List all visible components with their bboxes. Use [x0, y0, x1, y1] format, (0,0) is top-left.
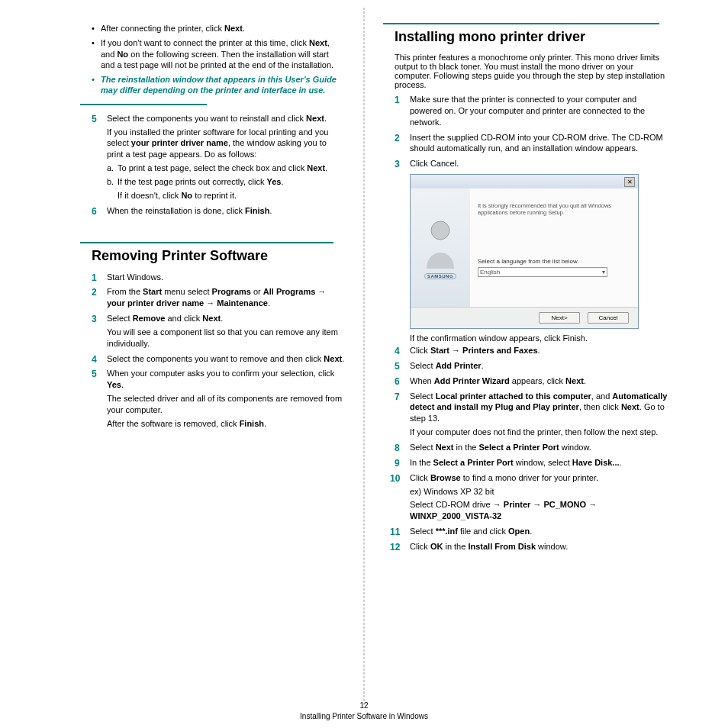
bold: Next — [436, 443, 454, 452]
bold: Programs — [212, 287, 251, 296]
step-number: 7 — [395, 391, 400, 403]
next-button[interactable]: Next> — [539, 312, 580, 324]
bold: Finish — [240, 419, 264, 428]
substep-a: a.To print a test page, select the check… — [107, 163, 345, 174]
text: . — [620, 458, 622, 467]
section-rule — [383, 23, 659, 24]
step-number: 4 — [92, 353, 97, 366]
bold: Finish — [245, 206, 269, 215]
dialog-sidebar: SAMSUNG — [411, 188, 470, 307]
text: and click — [165, 314, 202, 323]
text: window. — [559, 443, 591, 452]
mono-step-7: 7Select Local printer attached to this c… — [395, 391, 671, 438]
note-text: The reinstallation window that appears i… — [101, 75, 337, 95]
bold: Yes — [107, 380, 121, 389]
letter: b. — [107, 176, 114, 188]
text: in the — [453, 443, 478, 452]
text: Select — [107, 314, 133, 323]
bold: Next — [621, 402, 639, 411]
text: . — [482, 361, 484, 370]
bold: ***.inf — [436, 527, 458, 536]
step-number: 1 — [395, 94, 400, 106]
bold: Maintenance — [217, 298, 268, 308]
text: In the — [410, 458, 433, 467]
column-divider — [364, 8, 365, 705]
page-footer: 12 Installing Printer Software in Window… — [0, 701, 728, 722]
text: After the software is removed, click — [107, 419, 240, 428]
bullet-2: If you don't want to connect the printer… — [92, 37, 345, 70]
bold: Next — [565, 376, 584, 385]
bold: Next — [202, 314, 221, 323]
text: . — [264, 419, 266, 428]
bold: No — [117, 50, 128, 59]
bold: Yes — [266, 177, 281, 186]
substep-b: b.If the test page prints out correctly,… — [107, 176, 345, 201]
bold: Install From Disk — [468, 542, 536, 551]
text: . — [538, 346, 540, 355]
right-column: Installing mono printer driver This prin… — [364, 23, 690, 556]
text: . — [269, 206, 272, 215]
bold: PC_MONO — [543, 500, 586, 509]
cancel-button[interactable]: Cancel — [588, 312, 629, 324]
chevron-down-icon: ▾ — [602, 269, 605, 275]
bold: Next — [306, 114, 324, 123]
bold: Add Printer — [436, 361, 482, 370]
language-select[interactable]: English ▾ — [478, 267, 607, 277]
text: Select the components you want to reinst… — [107, 114, 306, 123]
intro-paragraph: This printer features a monochrome only … — [395, 53, 671, 89]
reinstall-note: The reinstallation window that appears i… — [92, 74, 345, 96]
paragraph: If it doesn't, click No to reprint it. — [118, 190, 345, 201]
section-rule — [80, 242, 333, 243]
text: window, select — [514, 458, 572, 467]
dialog-body: SAMSUNG It is strongly recommended that … — [411, 188, 638, 307]
text: or — [251, 287, 263, 296]
bold: your printer driver name — [131, 138, 228, 147]
mono-step-2: 2Insert the supplied CD-ROM into your CD… — [395, 132, 671, 155]
text: If you don't want to connect the printer… — [101, 38, 309, 47]
bold: Browse — [430, 473, 461, 482]
arrow: → — [204, 298, 217, 308]
bold: Next — [307, 163, 325, 172]
bold: your printer driver name — [107, 298, 204, 308]
text: When your computer asks you to confirm y… — [107, 369, 334, 378]
dialog-message: It is strongly recommended that you quit… — [478, 202, 630, 216]
text: Select — [410, 361, 436, 370]
paragraph: You will see a component list so that yo… — [107, 327, 345, 350]
text: , then click — [579, 402, 621, 411]
text: in the — [443, 542, 468, 551]
text: Click — [410, 473, 430, 482]
step-number: 1 — [92, 272, 97, 284]
bold: Select a Printer Port — [433, 458, 514, 467]
text: . — [530, 527, 532, 536]
close-icon[interactable]: ✕ — [624, 177, 635, 187]
text: . — [584, 376, 586, 385]
text: . — [324, 114, 327, 123]
bold: Printer — [504, 500, 530, 509]
text: Click — [410, 346, 430, 355]
page-number: 12 — [0, 701, 728, 711]
text: When — [410, 376, 434, 385]
step-number: 8 — [395, 442, 400, 454]
paragraph: After the software is removed, click Fin… — [107, 418, 345, 430]
step-number: 6 — [92, 205, 97, 217]
text: Select — [410, 527, 436, 536]
arrow: → — [586, 500, 597, 509]
text: When the reinstallation is done, click — [107, 206, 245, 215]
page-content: After connecting the printer, click Next… — [0, 0, 728, 564]
rm-step-1: 1Start Windows. — [92, 272, 345, 283]
text: Make sure that the printer is connected … — [410, 95, 645, 127]
text: to find a mono driver for your printer. — [461, 473, 598, 482]
bold: All Programs — [263, 287, 315, 296]
text: . — [121, 380, 124, 389]
step-5: 5 Select the components you want to rein… — [92, 113, 345, 201]
mono-step-4: 4Click Start → Printers and Faxes. — [395, 345, 671, 356]
bold: Have Disk... — [572, 458, 620, 467]
arrow: → — [449, 346, 462, 355]
left-column: After connecting the printer, click Next… — [38, 23, 364, 556]
text: Click — [410, 542, 430, 551]
path: Select CD-ROM drive → Printer → PC_MONO … — [410, 499, 671, 522]
arrow: → — [530, 500, 543, 509]
rm-step-5: 5 When your computer asks you to confirm… — [92, 368, 345, 429]
text: window. — [536, 542, 568, 551]
dialog-footer: Next> Cancel — [411, 307, 638, 328]
